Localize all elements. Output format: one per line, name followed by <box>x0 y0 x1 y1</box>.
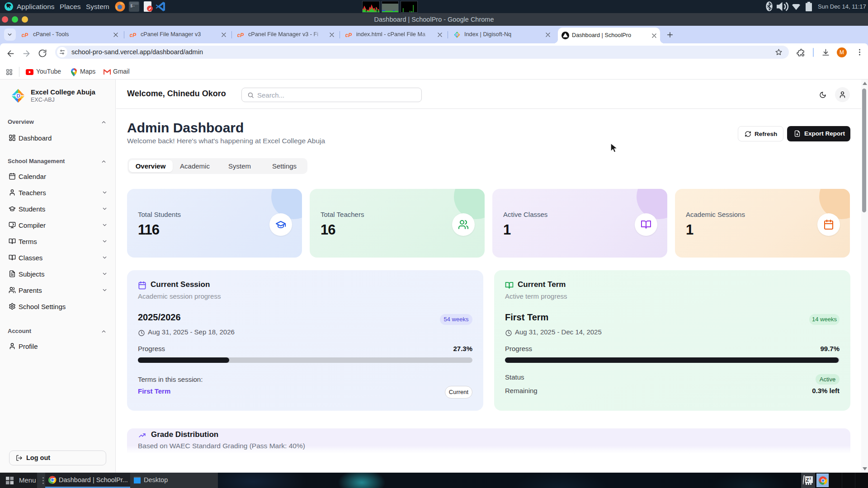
svg-text:cP: cP <box>130 32 137 38</box>
svg-text:cP: cP <box>237 32 244 38</box>
svg-text:cP: cP <box>22 32 28 38</box>
svg-text:Z: Z <box>806 477 809 483</box>
svg-text:D: D <box>16 93 20 99</box>
svg-text:$-: $- <box>130 4 135 9</box>
svg-text:cP: cP <box>345 32 352 38</box>
svg-text:z: z <box>810 477 811 480</box>
svg-text:D: D <box>456 33 458 37</box>
